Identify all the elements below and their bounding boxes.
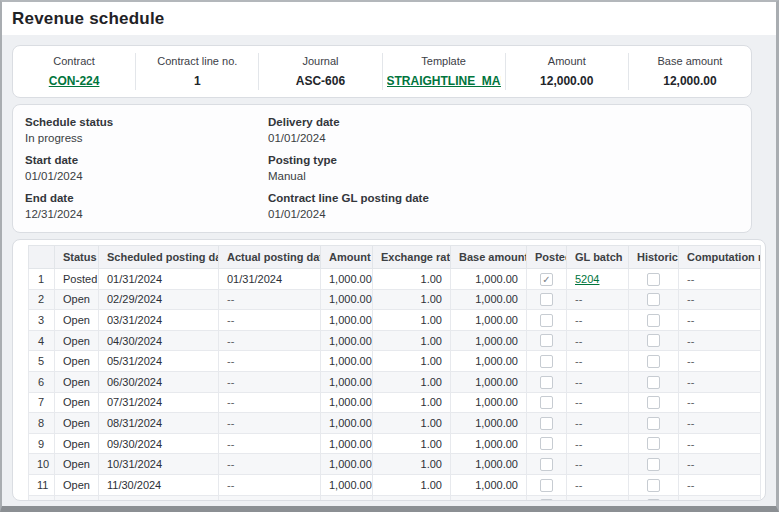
posted-checkbox[interactable] <box>540 334 553 347</box>
table-row: 11Open11/30/2024--1,000.001.001,000.00--… <box>29 474 761 495</box>
row-number-cell: 9 <box>29 433 55 454</box>
historical-checkbox[interactable] <box>647 396 660 409</box>
exchange-rate-cell: 1.00 <box>373 330 451 351</box>
row-number-cell: 4 <box>29 330 55 351</box>
actual-date-cell: -- <box>219 351 321 372</box>
historical-checkbox[interactable] <box>647 417 660 430</box>
row-number-cell: 2 <box>29 289 55 310</box>
historical-cell <box>629 289 679 310</box>
row-number-cell: 12 <box>29 495 55 501</box>
amount-cell: 1,000.00 <box>321 371 373 392</box>
table-row: 6Open06/30/2024--1,000.001.001,000.00---… <box>29 371 761 392</box>
exchange-rate-cell: 1.00 <box>373 495 451 501</box>
status-cell: Open <box>55 433 99 454</box>
historical-cell <box>629 454 679 475</box>
computation-memo-cell: -- <box>679 330 761 351</box>
summary-field-template: TemplateSTRAIGHTLINE_MANUAL <box>383 53 506 90</box>
posted-checkbox[interactable] <box>540 396 553 409</box>
summary-field-label: Contract <box>17 55 131 67</box>
detail-field-start-date: Start date01/01/2024 <box>25 154 268 182</box>
scheduled-date-cell: 07/31/2024 <box>99 392 219 413</box>
amount-cell: 1,000.00 <box>321 330 373 351</box>
actual-date-cell: -- <box>219 495 321 501</box>
table-header-historical: Historical <box>629 246 679 269</box>
gl-batch-link[interactable]: 5204 <box>575 273 599 285</box>
row-number-cell: 8 <box>29 413 55 434</box>
row-number-cell: 5 <box>29 351 55 372</box>
posted-checkbox-checked[interactable]: ✓ <box>540 273 553 286</box>
historical-checkbox[interactable] <box>647 458 660 471</box>
summary-field-label: Amount <box>510 55 624 67</box>
posted-checkbox[interactable] <box>540 458 553 471</box>
historical-checkbox[interactable] <box>647 293 660 306</box>
scheduled-date-cell: 03/31/2024 <box>99 310 219 331</box>
posted-checkbox[interactable] <box>540 499 553 501</box>
table-header-exchange-rate: Exchange rate <box>373 246 451 269</box>
table-row: 9Open09/30/2024--1,000.001.001,000.00---… <box>29 433 761 454</box>
summary-value-link[interactable]: CON-224 <box>17 74 131 88</box>
historical-checkbox[interactable] <box>647 334 660 347</box>
posted-checkbox[interactable] <box>540 417 553 430</box>
posted-cell <box>527 351 567 372</box>
row-number-cell: 11 <box>29 474 55 495</box>
details-left-column: Schedule statusIn progressStart date01/0… <box>25 116 268 230</box>
summary-field-base-amount: Base amount12,000.00 <box>629 53 751 90</box>
historical-checkbox[interactable] <box>647 314 660 327</box>
historical-cell <box>629 433 679 454</box>
computation-memo-cell: -- <box>679 310 761 331</box>
actual-date-cell: -- <box>219 330 321 351</box>
gl-batch-cell: -- <box>567 474 629 495</box>
exchange-rate-cell: 1.00 <box>373 392 451 413</box>
detail-value: In progress <box>25 132 268 144</box>
base-amount-cell: 1,000.00 <box>451 330 527 351</box>
summary-value-link[interactable]: STRAIGHTLINE_MANUAL <box>387 74 501 88</box>
historical-checkbox[interactable] <box>647 376 660 389</box>
actual-date-cell: -- <box>219 392 321 413</box>
status-cell: Open <box>55 454 99 475</box>
computation-memo-cell: -- <box>679 289 761 310</box>
scheduled-date-cell: 12/31/2024 <box>99 495 219 501</box>
actual-date-cell: -- <box>219 413 321 434</box>
schedule-table: StatusScheduled posting dateActual posti… <box>28 245 761 501</box>
historical-checkbox[interactable] <box>647 499 660 501</box>
base-amount-cell: 1,000.00 <box>451 454 527 475</box>
actual-date-cell: -- <box>219 454 321 475</box>
detail-label: Start date <box>25 154 268 166</box>
table-header-row-number <box>29 246 55 269</box>
computation-memo-cell: -- <box>679 413 761 434</box>
posted-checkbox[interactable] <box>540 293 553 306</box>
details-card: Schedule statusIn progressStart date01/0… <box>12 104 752 233</box>
gl-batch-cell: -- <box>567 330 629 351</box>
title-bar: Revenue schedule <box>2 2 776 35</box>
table-row: 12Open12/31/2024--1,000.001.001,000.00--… <box>29 495 761 501</box>
posted-checkbox[interactable] <box>540 376 553 389</box>
posted-checkbox[interactable] <box>540 355 553 368</box>
table-header-computation-memo: Computation memo <box>679 246 761 269</box>
gl-batch-cell: -- <box>567 392 629 413</box>
base-amount-cell: 1,000.00 <box>451 310 527 331</box>
exchange-rate-cell: 1.00 <box>373 351 451 372</box>
historical-checkbox[interactable] <box>647 479 660 492</box>
actual-date-cell: -- <box>219 474 321 495</box>
posted-checkbox[interactable] <box>540 437 553 450</box>
table-row: 7Open07/31/2024--1,000.001.001,000.00---… <box>29 392 761 413</box>
historical-cell <box>629 269 679 290</box>
historical-checkbox[interactable] <box>647 355 660 368</box>
historical-checkbox[interactable] <box>647 273 660 286</box>
scheduled-date-cell: 05/31/2024 <box>99 351 219 372</box>
summary-field-value: 12,000.00 <box>510 74 624 88</box>
details-right-column: Delivery date01/01/2024Posting typeManua… <box>268 116 739 230</box>
posted-cell <box>527 392 567 413</box>
posted-checkbox[interactable] <box>540 314 553 327</box>
status-cell: Open <box>55 310 99 331</box>
historical-cell <box>629 371 679 392</box>
base-amount-cell: 1,000.00 <box>451 474 527 495</box>
historical-checkbox[interactable] <box>647 437 660 450</box>
status-cell: Open <box>55 495 99 501</box>
summary-field-label: Template <box>387 55 501 67</box>
amount-cell: 1,000.00 <box>321 392 373 413</box>
base-amount-cell: 1,000.00 <box>451 433 527 454</box>
status-cell: Open <box>55 392 99 413</box>
scheduled-date-cell: 11/30/2024 <box>99 474 219 495</box>
posted-checkbox[interactable] <box>540 479 553 492</box>
